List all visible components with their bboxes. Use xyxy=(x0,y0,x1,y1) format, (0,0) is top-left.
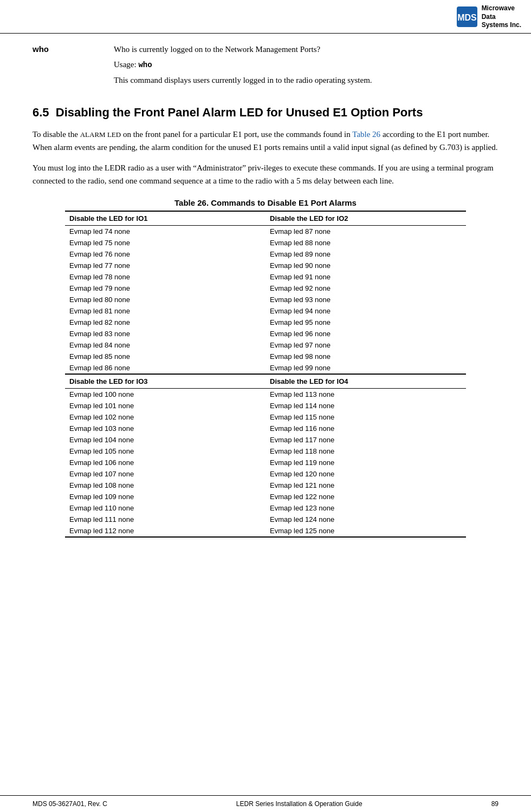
io4-cell: Evmap led 121 none xyxy=(266,480,466,491)
table-row: Evmap led 80 noneEvmap led 93 none xyxy=(65,294,466,305)
table-row: Evmap led 102 noneEvmap led 115 none xyxy=(65,411,466,423)
table-row: Evmap led 75 noneEvmap led 88 none xyxy=(65,237,466,248)
footer-right: 89 xyxy=(491,800,498,808)
table-section-header-row: Disable the LED for IO3Disable the LED f… xyxy=(65,374,466,389)
table-row: Evmap led 77 noneEvmap led 90 none xyxy=(65,260,466,271)
io4-cell: Evmap led 116 none xyxy=(266,423,466,434)
io1-cell: Evmap led 86 none xyxy=(65,362,266,374)
io1-cell: Evmap led 84 none xyxy=(65,339,266,351)
who-definition: Who is currently logged on to the Networ… xyxy=(114,43,498,90)
mds-logo-icon: MDS xyxy=(457,6,477,27)
table-row: Evmap led 86 noneEvmap led 99 none xyxy=(65,362,466,374)
io4-cell: Evmap led 120 none xyxy=(266,468,466,480)
section-65-heading: 6.5 Disabling the Front Panel Alarm LED … xyxy=(33,105,498,121)
table-row: Evmap led 105 noneEvmap led 118 none xyxy=(65,446,466,457)
io2-cell: Evmap led 90 none xyxy=(266,260,466,271)
io3-cell: Evmap led 107 none xyxy=(65,468,266,480)
table-body: Evmap led 74 noneEvmap led 87 noneEvmap … xyxy=(65,226,466,538)
table-row: Evmap led 110 noneEvmap led 123 none xyxy=(65,502,466,514)
table-row: Evmap led 83 noneEvmap led 96 none xyxy=(65,328,466,339)
table-row: Evmap led 84 noneEvmap led 97 none xyxy=(65,339,466,351)
table-row: Evmap led 103 noneEvmap led 116 none xyxy=(65,423,466,434)
io4-cell: Evmap led 114 none xyxy=(266,400,466,411)
table-row: Evmap led 81 noneEvmap led 94 none xyxy=(65,305,466,317)
who-description: This command displays users currently lo… xyxy=(114,74,498,87)
table-row: Evmap led 107 noneEvmap led 120 none xyxy=(65,468,466,480)
io4-cell: Evmap led 122 none xyxy=(266,491,466,502)
para1-part2: on the front panel for a particular E1 p… xyxy=(121,130,352,139)
io2-cell: Evmap led 98 none xyxy=(266,351,466,362)
who-definition-line1: Who is currently logged on to the Networ… xyxy=(114,43,498,56)
io1-cell: Evmap led 81 none xyxy=(65,305,266,317)
io1-cell: Evmap led 82 none xyxy=(65,317,266,328)
table-26: Disable the LED for IO1 Disable the LED … xyxy=(65,211,466,538)
table26-link: Table 26 xyxy=(352,130,380,139)
io2-cell: Evmap led 93 none xyxy=(266,294,466,305)
io1-cell: Evmap led 77 none xyxy=(65,260,266,271)
usage-prefix: Usage: xyxy=(114,60,138,69)
io2-cell: Evmap led 99 none xyxy=(266,362,466,374)
io1-cell: Evmap led 79 none xyxy=(65,283,266,294)
col3-header: Disable the LED for IO3 xyxy=(65,374,266,389)
io3-cell: Evmap led 112 none xyxy=(65,525,266,537)
io4-cell: Evmap led 125 none xyxy=(266,525,466,537)
table-row: Evmap led 78 noneEvmap led 91 none xyxy=(65,271,466,283)
io3-cell: Evmap led 101 none xyxy=(65,400,266,411)
table-row: Evmap led 100 noneEvmap led 113 none xyxy=(65,389,466,401)
page: MDS Microwave Data Systems Inc. who Who … xyxy=(0,0,531,812)
io3-cell: Evmap led 102 none xyxy=(65,411,266,423)
alarm-led-text: ALARM LED xyxy=(80,130,121,139)
table-26-title: Table 26. Commands to Disable E1 Port Al… xyxy=(65,198,466,207)
table-row: Evmap led 74 noneEvmap led 87 none xyxy=(65,226,466,238)
footer-left: MDS 05-3627A01, Rev. C xyxy=(33,800,107,808)
table-row: Evmap led 85 noneEvmap led 98 none xyxy=(65,351,466,362)
company-name: Microwave Data Systems Inc. xyxy=(482,4,521,30)
section-title-text: Disabling the Front Panel Alarm LED for … xyxy=(56,106,423,119)
section-65-para2: You must log into the LEDR radio as a us… xyxy=(33,161,498,187)
io4-cell: Evmap led 117 none xyxy=(266,434,466,446)
page-header: MDS Microwave Data Systems Inc. xyxy=(0,0,531,34)
who-term: who xyxy=(33,43,98,90)
io2-cell: Evmap led 95 none xyxy=(266,317,466,328)
section-65-title: 6.5 Disabling the Front Panel Alarm LED … xyxy=(33,105,498,121)
io4-cell: Evmap led 115 none xyxy=(266,411,466,423)
io3-cell: Evmap led 105 none xyxy=(65,446,266,457)
page-footer: MDS 05-3627A01, Rev. C LEDR Series Insta… xyxy=(0,795,531,812)
io3-cell: Evmap led 110 none xyxy=(65,502,266,514)
col1-header: Disable the LED for IO1 xyxy=(65,211,266,226)
io2-cell: Evmap led 92 none xyxy=(266,283,466,294)
io1-cell: Evmap led 78 none xyxy=(65,271,266,283)
col4-header: Disable the LED for IO4 xyxy=(266,374,466,389)
logo-area: MDS Microwave Data Systems Inc. xyxy=(457,4,521,30)
io3-cell: Evmap led 100 none xyxy=(65,389,266,401)
io2-cell: Evmap led 89 none xyxy=(266,248,466,260)
who-section: who Who is currently logged on to the Ne… xyxy=(33,43,498,90)
io4-cell: Evmap led 113 none xyxy=(266,389,466,401)
col2-header: Disable the LED for IO2 xyxy=(266,211,466,226)
io2-cell: Evmap led 94 none xyxy=(266,305,466,317)
table-26-container: Table 26. Commands to Disable E1 Port Al… xyxy=(65,198,466,538)
table-row: Evmap led 106 noneEvmap led 119 none xyxy=(65,457,466,468)
table-row: Evmap led 82 noneEvmap led 95 none xyxy=(65,317,466,328)
io3-cell: Evmap led 106 none xyxy=(65,457,266,468)
table-row: Evmap led 112 noneEvmap led 125 none xyxy=(65,525,466,537)
io2-cell: Evmap led 96 none xyxy=(266,328,466,339)
io1-cell: Evmap led 83 none xyxy=(65,328,266,339)
io1-cell: Evmap led 85 none xyxy=(65,351,266,362)
io4-cell: Evmap led 119 none xyxy=(266,457,466,468)
section-number: 6.5 xyxy=(33,106,49,119)
usage-code: who xyxy=(138,61,152,69)
io1-cell: Evmap led 76 none xyxy=(65,248,266,260)
who-usage: Usage: who xyxy=(114,58,498,71)
table-row: Evmap led 101 noneEvmap led 114 none xyxy=(65,400,466,411)
para1-part1: To disable the xyxy=(33,130,80,139)
table-row: Evmap led 108 noneEvmap led 121 none xyxy=(65,480,466,491)
io4-cell: Evmap led 124 none xyxy=(266,514,466,525)
io3-cell: Evmap led 111 none xyxy=(65,514,266,525)
table-row: Evmap led 76 noneEvmap led 89 none xyxy=(65,248,466,260)
table-row: Evmap led 79 noneEvmap led 92 none xyxy=(65,283,466,294)
table-row: Evmap led 109 noneEvmap led 122 none xyxy=(65,491,466,502)
main-content: who Who is currently logged on to the Ne… xyxy=(0,34,531,592)
io4-cell: Evmap led 123 none xyxy=(266,502,466,514)
io2-cell: Evmap led 97 none xyxy=(266,339,466,351)
